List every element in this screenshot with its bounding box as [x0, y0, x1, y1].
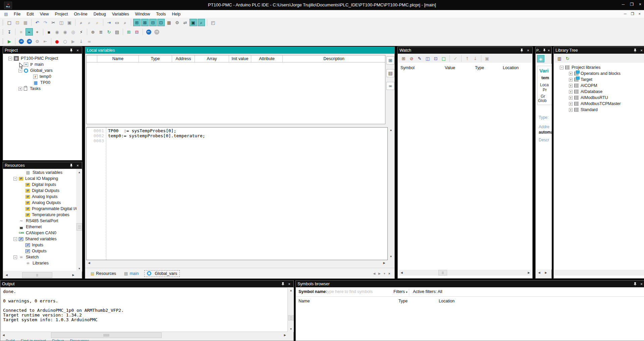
column-header-row-selector[interactable] [87, 55, 97, 62]
library-item-aimodbusrtu[interactable]: +AIModbusRTU [554, 95, 621, 101]
properties-window-button[interactable]: ⊠ [141, 19, 149, 26]
menu-edit[interactable]: Edit [23, 12, 37, 16]
insert-new-item-button[interactable]: □ [440, 55, 447, 62]
pointer-mode-button[interactable]: ⌖ [34, 28, 41, 36]
close-icon[interactable]: × [75, 48, 80, 53]
expander-icon[interactable]: + [569, 108, 573, 112]
pin-icon[interactable] [69, 163, 74, 168]
column-header-description[interactable]: Description [283, 55, 385, 62]
add-symbol-button[interactable]: ✎ [416, 55, 423, 62]
watch-column-symbol[interactable]: Symbol [400, 65, 415, 70]
resources-item-digital-outputs[interactable]: −⇄Digital Outputs [3, 188, 79, 194]
connect-button[interactable]: ⌁ [25, 28, 33, 36]
scroll-up-icon[interactable]: ▲ [76, 169, 82, 175]
paste-button[interactable]: ▣ [66, 19, 73, 26]
library-hscrollbar[interactable] [554, 270, 644, 276]
redo-button[interactable]: ↷ [42, 19, 49, 26]
resources-item-status-variables[interactable]: −▤Status variables [3, 169, 79, 176]
menu-view[interactable]: View [37, 12, 52, 16]
scroll-thumb[interactable] [438, 270, 447, 276]
watch-list-button[interactable]: ⊞ [400, 55, 407, 62]
watch-column-location[interactable]: Location [503, 65, 519, 70]
watch-column-type[interactable]: Type [475, 65, 484, 70]
resources-item-analog-inputs[interactable]: −⇄Analog Inputs [3, 194, 79, 200]
scroll-up-icon[interactable]: ▲ [388, 127, 394, 133]
status-tab-find-in-project[interactable]: Find in project [21, 339, 46, 341]
close-icon[interactable]: × [547, 48, 551, 53]
pin-icon[interactable] [542, 48, 546, 53]
tab-nav-right-icon[interactable]: ▶ [378, 272, 381, 275]
move-down-button[interactable]: ↓ [472, 55, 479, 62]
tab-main[interactable]: ▤main [121, 270, 141, 277]
warm-restart-button[interactable]: ◉ [61, 28, 69, 36]
mdi-minimize-button[interactable]: ─ [624, 12, 627, 16]
output-log-area[interactable]: done. 0 warnings, 0 errors. Connected to… [1, 288, 288, 332]
find-button[interactable]: ⌕ [77, 19, 85, 26]
resources-item-local-io-mapping[interactable]: −⇄Local IO Mapping [3, 176, 79, 182]
library-item-target[interactable]: +Target [554, 77, 621, 83]
expander-icon[interactable]: + [569, 78, 573, 82]
undo-button[interactable]: ↶ [34, 19, 41, 26]
options-window-button[interactable]: ⚙ [173, 19, 181, 26]
cut-button[interactable]: ✂ [50, 19, 57, 26]
step-down-button[interactable]: ↓ [77, 38, 85, 45]
expander-icon[interactable]: + [569, 102, 573, 106]
watch-column-value[interactable]: Value [445, 65, 455, 70]
scroll-left-icon[interactable]: ◀ [536, 270, 542, 276]
project-item-tp00[interactable]: −▦TP00 [3, 80, 82, 86]
project-item-tasks[interactable]: +Tasks [3, 86, 82, 92]
editor-hscrollbar[interactable]: ◀ ▶ [86, 260, 387, 266]
menu-debug[interactable]: Debug [91, 12, 109, 16]
expander-icon[interactable]: − [13, 237, 17, 241]
variables-table[interactable]: NameTypeAddressArrayInit valueAttributeD… [86, 55, 385, 124]
symbols-column-name[interactable]: Name [299, 299, 310, 303]
column-header-array[interactable]: Array [195, 55, 229, 62]
project-item-temp0[interactable]: −rtemp0 [3, 74, 82, 80]
compile-button[interactable]: ≣ [97, 28, 105, 36]
maximize-view-button[interactable]: ◰ [209, 19, 217, 26]
column-header-name[interactable]: Name [97, 55, 139, 62]
code-text[interactable]: TP00 := sysTempProbes[0]; temp0:= system… [106, 128, 205, 260]
swap-views-button[interactable]: ⇄ [181, 19, 189, 26]
status-tab-resources[interactable]: Resources [70, 339, 89, 341]
hot-restart-button[interactable]: ◎ [69, 28, 77, 36]
mdi-restore-button[interactable]: ❐ [631, 12, 634, 16]
library-item-project-libraries[interactable]: −Project libraries [554, 64, 621, 70]
zoom-view-button[interactable]: ⌕ [198, 19, 205, 26]
expander-icon[interactable]: − [13, 255, 17, 259]
resources-vscrollbar[interactable]: ▲ ▼ [76, 169, 82, 272]
menu-online[interactable]: On-line [71, 12, 90, 16]
resources-item-inputs[interactable]: −⇄Inputs [3, 242, 79, 248]
library-item-aimodbustcpmaster[interactable]: +AIModbusTCPMaster [554, 101, 621, 107]
watch-window-button[interactable]: ⊡ [157, 19, 165, 26]
insert-column-button[interactable]: ⊞ [125, 28, 132, 36]
project-item-global-vars[interactable]: −Global_vars [3, 67, 82, 74]
library-item-operators-and-blocks[interactable]: +Operators and blocks [554, 70, 621, 77]
library-item-aicopm[interactable]: +AICOPM [554, 83, 621, 89]
save-project-button[interactable]: ▦ [22, 19, 29, 26]
status-tab-build[interactable]: Build [6, 339, 15, 341]
close-icon[interactable]: × [75, 163, 80, 168]
scroll-thumb[interactable] [288, 315, 294, 321]
expander-icon[interactable]: − [18, 69, 22, 72]
output-window-button[interactable]: ▦ [165, 19, 173, 26]
move-up-button[interactable]: ↑ [464, 55, 471, 62]
import-library-button[interactable]: ▥ [556, 55, 563, 62]
tab-resources[interactable]: ▤Resources [88, 270, 119, 277]
cold-restart-button[interactable]: ◉ [53, 28, 61, 36]
project-window-button[interactable]: ⊞ [133, 19, 141, 26]
record-button[interactable]: ● [53, 38, 61, 45]
resources-item-programmable-digital-i-o[interactable]: −⇄Programmable Digital I/O [3, 206, 79, 212]
resources-item-rs485-serialport[interactable]: −~RS485 SerialPort [3, 218, 79, 224]
new-project-button[interactable]: □ [6, 19, 13, 26]
expander-icon[interactable]: − [13, 177, 17, 181]
pin-icon[interactable] [519, 48, 524, 53]
watch-hscrollbar[interactable]: ◀ ▶ [399, 270, 532, 276]
mdi-close-button[interactable]: × [639, 12, 641, 16]
tab-nav-left-icon[interactable]: ◀ [373, 272, 375, 275]
resources-item-libraries[interactable]: −∞Libraries [3, 260, 79, 266]
insert-record-button[interactable]: ⇥ [105, 19, 113, 26]
code-editor[interactable]: 0001 0002 0003 TP00 := sysTempProbes[0];… [86, 127, 388, 260]
pin-icon[interactable] [280, 282, 285, 286]
halt-button[interactable]: ▪ [45, 28, 53, 36]
